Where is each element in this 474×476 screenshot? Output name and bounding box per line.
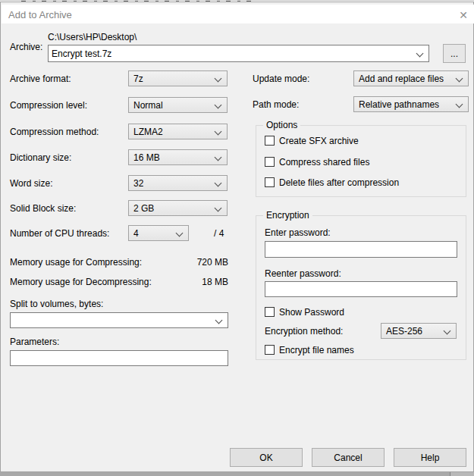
encryption-method-select[interactable]: AES-256 [381, 323, 457, 339]
update-mode-label: Update mode: [253, 74, 309, 84]
chevron-down-icon [456, 101, 463, 108]
cancel-button-label: Cancel [334, 453, 362, 463]
cancel-button[interactable]: Cancel [312, 448, 385, 467]
help-button[interactable]: Help [394, 448, 466, 467]
compression-level-label: Compression level: [10, 100, 87, 111]
close-icon[interactable]: ✕ [454, 8, 472, 23]
chevron-down-icon [215, 75, 222, 83]
archive-format-value: 7z [133, 74, 143, 84]
chevron-down-icon [416, 50, 424, 58]
dictionary-size-label: Dictionary size: [10, 152, 71, 163]
chevron-down-icon [215, 102, 222, 109]
chevron-down-icon [215, 205, 222, 212]
path-mode-label: Path mode: [253, 99, 299, 110]
background-window-bottom-strip [0, 472, 474, 476]
screen: Add to Archive ✕ Archive: C:\Users\HP\De… [0, 0, 474, 476]
help-button-label: Help [421, 453, 440, 463]
archive-format-select[interactable]: 7z [128, 70, 228, 86]
solid-block-size-value: 2 GB [133, 203, 154, 214]
dictionary-size-select[interactable]: 16 MB [128, 149, 228, 165]
reenter-password-label: Reenter password: [265, 268, 341, 279]
encryption-group-title: Encryption [263, 210, 312, 221]
options-group-title: Options [263, 120, 300, 130]
dictionary-size-value: 16 MB [133, 152, 160, 163]
chevron-down-icon [215, 128, 222, 136]
cpu-threads-label: Number of CPU threads: [10, 228, 109, 239]
reenter-password-input[interactable] [265, 281, 457, 297]
path-mode-select[interactable]: Relative pathnames [353, 96, 469, 112]
cpu-threads-total: / 4 [214, 228, 224, 239]
delete-after-checkbox[interactable] [265, 177, 275, 187]
chevron-down-icon [176, 230, 184, 237]
encryption-method-label: Encryption method: [265, 326, 343, 337]
enter-password-label: Enter password: [265, 227, 331, 238]
create-sfx-label: Create SFX archive [279, 136, 359, 146]
memory-decompress-label: Memory usage for Decompressing: [10, 277, 152, 287]
archive-dir-path: C:\Users\HP\Desktop\ [48, 32, 137, 42]
bottom-strip-segment [450, 472, 474, 476]
solid-block-size-label: Solid Block size: [10, 203, 76, 214]
ok-button[interactable]: OK [230, 448, 303, 467]
browse-label: ... [450, 49, 458, 59]
memory-compress-label: Memory usage for Compressing: [10, 257, 142, 268]
archive-name-value: Encrypt test.7z [52, 49, 111, 59]
parameters-label: Parameters: [10, 337, 59, 347]
encrypt-names-checkbox[interactable] [265, 345, 275, 355]
compress-shared-checkbox[interactable] [265, 157, 275, 167]
memory-decompress-value: 18 MB [152, 277, 228, 287]
encrypt-names-label: Encrypt file names [279, 345, 354, 355]
bottom-strip-divider [450, 472, 450, 476]
word-size-value: 32 [133, 178, 143, 189]
title-bar: Add to Archive ✕ [2, 5, 474, 23]
update-mode-select[interactable]: Add and replace files [353, 70, 469, 86]
cpu-threads-value: 4 [133, 228, 139, 239]
compression-method-label: Compression method: [10, 127, 99, 137]
cpu-threads-select[interactable]: 4 [128, 225, 189, 241]
encryption-method-value: AES-256 [386, 326, 422, 337]
word-size-label: Word size: [10, 178, 52, 189]
compression-method-value: LZMA2 [133, 127, 163, 137]
split-volumes-label: Split to volumes, bytes: [10, 299, 103, 309]
show-password-label: Show Password [279, 307, 344, 318]
update-mode-value: Add and replace files [359, 74, 444, 84]
word-size-select[interactable]: 32 [128, 175, 228, 191]
archive-format-label: Archive format: [10, 74, 71, 84]
compress-shared-label: Compress shared files [279, 157, 369, 168]
compression-level-select[interactable]: Normal [128, 97, 228, 113]
split-volumes-combobox[interactable] [10, 312, 228, 328]
chevron-down-icon [444, 327, 451, 335]
dialog-title: Add to Archive [8, 9, 72, 20]
show-password-checkbox[interactable] [265, 307, 275, 317]
solid-block-size-select[interactable]: 2 GB [128, 200, 228, 216]
add-to-archive-dialog: Add to Archive ✕ Archive: C:\Users\HP\De… [0, 2, 474, 472]
enter-password-input[interactable] [265, 241, 457, 258]
chevron-down-icon [215, 180, 222, 187]
browse-button[interactable]: ... [443, 44, 466, 63]
compression-level-value: Normal [133, 100, 163, 111]
chevron-down-icon [215, 317, 223, 324]
create-sfx-checkbox[interactable] [265, 136, 275, 146]
memory-compress-value: 720 MB [152, 257, 228, 268]
parameters-input[interactable] [10, 350, 228, 366]
delete-after-label: Delete files after compression [279, 177, 399, 188]
ok-button-label: OK [259, 453, 272, 463]
archive-name-combobox[interactable]: Encrypt test.7z [48, 45, 429, 62]
compression-method-select[interactable]: LZMA2 [128, 124, 228, 139]
path-mode-value: Relative pathnames [359, 99, 439, 110]
chevron-down-icon [215, 154, 222, 161]
archive-label: Archive: [10, 42, 42, 52]
chevron-down-icon [456, 75, 463, 83]
